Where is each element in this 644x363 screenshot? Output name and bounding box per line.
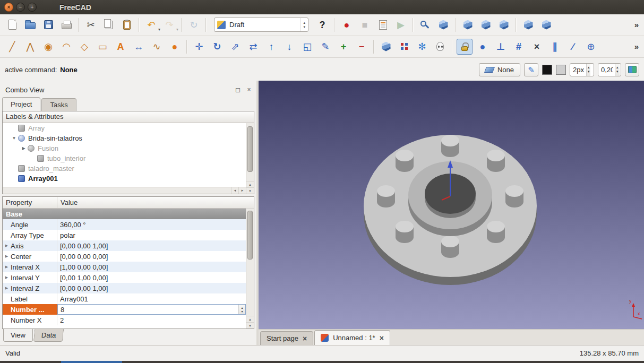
3d-viewport[interactable]: y x (259, 81, 644, 329)
snap-endpoint-button[interactable]: ● (475, 39, 491, 55)
tree-item[interactable]: taladro_master (3, 163, 246, 174)
close-tab-icon[interactable]: × (380, 334, 384, 342)
draft-text-button[interactable]: A (113, 39, 128, 55)
property-value-cell[interactable]: polar (57, 230, 246, 240)
draft-to-sketch-button[interactable] (378, 39, 394, 55)
draft-edit-button[interactable]: ✎ (317, 39, 333, 55)
property-value-cell[interactable]: [0,00 1,00 0,00] (57, 272, 246, 283)
draft-point-button[interactable]: ● (167, 39, 183, 55)
draft-rectangle-button[interactable]: ▭ (95, 39, 110, 55)
snap-intersection-button[interactable]: × (529, 39, 545, 55)
expander-icon[interactable]: ▶ (20, 146, 28, 151)
draft-delete-point-button[interactable]: − (354, 39, 370, 55)
draft-dimension-button[interactable]: ↔ (131, 39, 147, 55)
scroll-left-button[interactable]: ◄ (231, 187, 238, 194)
scroll-up-button[interactable]: ▲ (246, 316, 254, 322)
draft-downgrade-button[interactable]: ↓ (281, 39, 297, 55)
macro-edit-button[interactable] (375, 17, 391, 33)
scroll-down-button[interactable]: ▼ (246, 322, 254, 329)
cut-button[interactable]: ✂ (83, 17, 99, 33)
view-front-button[interactable] (460, 17, 476, 33)
property-value-cell[interactable]: 2 (57, 315, 246, 325)
scroll-up-button[interactable]: ▲ (246, 181, 254, 187)
property-name-cell[interactable]: ▶Center (3, 251, 57, 262)
close-button[interactable]: × (4, 3, 13, 12)
tree-item[interactable]: tubo_interior (3, 153, 246, 163)
draft-move-button[interactable]: ✛ (191, 39, 207, 55)
workbench-selector[interactable]: Draft ▴▾ (214, 18, 308, 32)
toolbar-overflow-button[interactable]: » (632, 20, 641, 29)
snap-center-button[interactable]: ⊕ (583, 39, 599, 55)
property-name-cell[interactable]: ▶Axis (3, 240, 57, 251)
view-isometric-button[interactable] (435, 17, 451, 33)
open-document-button[interactable] (22, 17, 38, 33)
draft-arc-button[interactable]: ◠ (58, 39, 74, 55)
draft-bspline-button[interactable]: ∿ (149, 39, 165, 55)
draft-polygon-button[interactable]: ◇ (76, 39, 92, 55)
construction-mode-button[interactable]: ✎ (524, 63, 538, 76)
tab-data[interactable]: Data (33, 329, 64, 342)
tab-unnamed-document[interactable]: Unnamed : 1* × (314, 330, 390, 345)
snap-perpendicular-button[interactable]: ⊥ (493, 39, 509, 55)
line-width-arrows[interactable]: ▴▾ (586, 64, 591, 76)
paste-button[interactable] (119, 17, 135, 33)
tab-view[interactable]: View (3, 329, 33, 342)
snap-extension-button[interactable]: ∕ (565, 39, 581, 55)
expander-icon[interactable]: ▶ (3, 254, 11, 258)
tree-item[interactable]: Array (3, 123, 246, 133)
view-right-button[interactable] (496, 17, 512, 33)
minimize-button[interactable]: − (16, 3, 25, 12)
tree-item[interactable]: Array001 (3, 174, 246, 184)
copy-button[interactable] (101, 17, 117, 33)
property-name-cell[interactable]: Number ... (3, 304, 57, 315)
maximize-button[interactable]: + (28, 3, 37, 12)
property-name-cell[interactable]: ▶Interval X (3, 262, 57, 272)
apply-style-button[interactable] (625, 63, 639, 76)
macro-stop-button[interactable]: ■ (357, 17, 373, 33)
close-tab-icon[interactable]: × (303, 334, 307, 343)
snap-lock-button[interactable] (457, 39, 473, 55)
property-value-cell[interactable]: [0,00 0,00 1,00] (57, 240, 246, 251)
tree-hscrollbar[interactable]: ◄► (3, 187, 246, 194)
expander-icon[interactable]: ▼ (10, 136, 18, 141)
expander-icon[interactable]: ▶ (3, 286, 11, 290)
tab-start-page[interactable]: Start page × (260, 331, 313, 345)
draft-wire-button[interactable]: ⋀ (22, 39, 38, 55)
tree-item[interactable]: ▼Brida-sin-taladros (3, 133, 246, 143)
expander-icon[interactable]: ▶ (3, 265, 11, 269)
scrollbar-thumb[interactable] (247, 211, 253, 260)
line-color-swatch[interactable] (542, 65, 552, 75)
view-top-button[interactable] (478, 17, 494, 33)
macro-record-button[interactable]: ● (339, 17, 355, 33)
dropdown-caret-icon[interactable]: ▾ (176, 27, 178, 32)
property-value-cell[interactable]: [1,00 0,00 0,00] (57, 262, 246, 272)
macro-play-button[interactable]: ▶ (393, 17, 409, 33)
draft-trimex-button[interactable]: ⇄ (245, 39, 261, 55)
property-name-cell[interactable]: ▶Interval Y (3, 272, 57, 283)
float-panel-button[interactable]: ◻ (234, 85, 242, 94)
tab-project[interactable]: Project (2, 97, 40, 111)
snap-grid-button[interactable]: # (511, 39, 527, 55)
autogroup-button[interactable]: None (479, 63, 520, 76)
property-name-cell[interactable]: Label (3, 293, 57, 304)
property-name-cell[interactable]: ▶Interval Z (3, 283, 57, 293)
expander-icon[interactable]: ▶ (3, 244, 11, 248)
print-button[interactable] (58, 17, 74, 33)
tree-scrollbar[interactable]: ▲▼ (246, 123, 254, 194)
refresh-button[interactable]: ↻ (186, 17, 202, 33)
view-rear-button[interactable] (520, 17, 536, 33)
redo-button[interactable]: ↷▾ (161, 17, 177, 33)
value-spinner[interactable]: ▴▾ (238, 305, 245, 314)
whats-this-button[interactable]: ? (314, 17, 330, 33)
fit-all-button[interactable] (417, 17, 433, 33)
close-panel-button[interactable]: × (245, 85, 253, 94)
tree-item[interactable]: ▶Fusion (3, 143, 246, 153)
scroll-right-button[interactable]: ► (238, 187, 246, 194)
property-value-cell[interactable]: [0,00 0,00 1,00] (57, 283, 246, 293)
draft-upgrade-button[interactable]: ↑ (263, 39, 279, 55)
draft-scale-button[interactable]: ◱ (299, 39, 315, 55)
snap-parallel-button[interactable]: ∥ (547, 39, 563, 55)
draft-array-button[interactable] (396, 39, 412, 55)
new-document-button[interactable] (4, 17, 20, 33)
draft-rotate-button[interactable]: ↻ (209, 39, 225, 55)
